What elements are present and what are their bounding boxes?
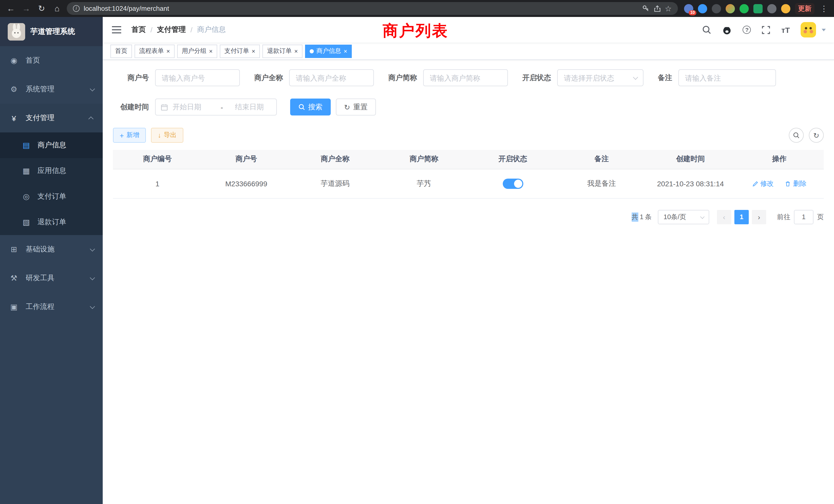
tab-label: 商户信息	[316, 47, 341, 55]
calendar-icon	[161, 104, 168, 111]
page-size-value: 10条/页	[663, 212, 686, 222]
gear-icon: ⚙	[9, 85, 19, 94]
payment-submenu: ▤ 商户信息 ▦ 应用信息 ◎ 支付订单 ▧ 退款订单	[0, 132, 103, 235]
site-info-icon[interactable]: i	[73, 5, 80, 12]
url-text[interactable]: localhost:1024/pay/merchant	[84, 5, 638, 12]
tab-process-form[interactable]: 流程表单	[135, 44, 175, 58]
merchant-table: 商户编号 商户号 商户全称 商户简称 开启状态 备注 创建时间 操作 1 M23…	[113, 150, 824, 198]
goto-page-input[interactable]	[794, 210, 813, 224]
toggle-search-button[interactable]	[789, 128, 804, 143]
switch-knob	[514, 179, 522, 188]
remark-input[interactable]	[678, 69, 776, 86]
next-page-button[interactable]	[752, 210, 766, 224]
close-icon[interactable]	[251, 48, 255, 54]
avatar-dropdown-caret-icon[interactable]	[822, 28, 826, 31]
edit-link[interactable]: 修改	[752, 179, 774, 188]
refresh-table-button[interactable]	[809, 128, 824, 143]
prev-page-button[interactable]	[717, 210, 731, 224]
browser-forward-icon[interactable]	[21, 4, 32, 13]
sidebar-item-infrastructure[interactable]: ⊞ 基础设施	[0, 235, 103, 264]
sidebar-item-app-info[interactable]: ▦ 应用信息	[0, 158, 103, 184]
col-actions: 操作	[735, 150, 824, 169]
remark-label: 备注	[658, 73, 672, 83]
sidebar-item-system[interactable]: ⚙ 系统管理	[0, 75, 103, 104]
status-switch[interactable]	[503, 178, 523, 189]
tab-home[interactable]: 首页	[110, 44, 132, 58]
card-icon: ▤	[22, 141, 31, 150]
sidebar-item-label: 支付订单	[38, 192, 66, 201]
browser-reload-icon[interactable]	[36, 4, 47, 13]
goto-prefix: 前往	[777, 212, 790, 222]
font-size-icon[interactable]	[781, 25, 790, 34]
github-icon[interactable]	[722, 25, 732, 35]
share-icon[interactable]	[654, 5, 661, 12]
sidebar-item-devtools[interactable]: ⚒ 研发工具	[0, 264, 103, 293]
sidebar-toggle-icon[interactable]	[112, 29, 121, 30]
search-icon[interactable]	[702, 25, 711, 35]
page-size-select[interactable]: 10条/页	[658, 210, 709, 224]
add-button[interactable]: 新增	[113, 128, 146, 143]
browser-menu-icon[interactable]	[819, 4, 829, 13]
page-1-button[interactable]: 1	[734, 210, 749, 224]
sidebar-item-payment[interactable]: ¥ 支付管理	[0, 104, 103, 132]
sidebar-item-merchant-info[interactable]: ▤ 商户信息	[0, 132, 103, 158]
table-row: 1 M233666999 芋道源码 芋艿 我是备注 2021-10-23 08:…	[113, 169, 824, 198]
reset-button[interactable]: 重置	[336, 98, 376, 115]
fullscreen-icon[interactable]	[762, 25, 771, 34]
breadcrumb-payment[interactable]: 支付管理	[157, 25, 186, 35]
tab-refund-orders[interactable]: 退款订单	[262, 44, 303, 58]
merchant-no-input[interactable]	[155, 69, 240, 86]
extension-color-icon[interactable]	[726, 4, 735, 13]
help-icon[interactable]	[743, 26, 751, 34]
sidebar-item-workflow[interactable]: ▣ 工作流程	[0, 293, 103, 321]
start-date-placeholder[interactable]: 开始日期	[173, 102, 216, 112]
tab-merchant-info[interactable]: 商户信息	[305, 44, 352, 58]
browser-back-icon[interactable]	[5, 4, 17, 13]
full-name-input[interactable]	[289, 69, 374, 86]
url-bar[interactable]: i localhost:1024/pay/merchant	[67, 2, 678, 15]
extension-pinwheel-icon[interactable]	[767, 4, 776, 13]
extension-dark-icon[interactable]	[712, 4, 721, 13]
close-icon[interactable]	[344, 48, 347, 54]
app-title: 芋道管理系统	[30, 27, 75, 37]
refresh-icon	[344, 103, 350, 111]
search-button[interactable]: 搜索	[290, 98, 331, 115]
tab-pay-orders[interactable]: 支付订单	[220, 44, 260, 58]
password-key-icon[interactable]	[642, 5, 650, 12]
breadcrumb-home[interactable]: 首页	[131, 25, 146, 35]
end-date-placeholder[interactable]: 结束日期	[228, 102, 271, 112]
status-select[interactable]	[557, 69, 643, 86]
browser-home-icon[interactable]	[51, 4, 63, 13]
delete-link[interactable]: 删除	[785, 179, 807, 188]
sidebar-item-home[interactable]: ◉ 首页	[0, 46, 103, 75]
sidebar-logo[interactable]: 芋道管理系统	[0, 17, 103, 46]
edit-link-label: 修改	[760, 179, 774, 188]
tab-user-group[interactable]: 用户分组	[177, 44, 217, 58]
delete-link-label: 删除	[793, 179, 807, 188]
sidebar-item-refund-orders[interactable]: ▧ 退款订单	[0, 209, 103, 235]
goto-suffix: 页	[817, 212, 824, 222]
extension-green-square-icon[interactable]	[753, 4, 763, 13]
close-icon[interactable]	[209, 48, 213, 54]
main-area: 首页 支付管理 商户信息	[103, 17, 834, 504]
export-button[interactable]: 导出	[151, 128, 183, 143]
total-suffix: 条	[645, 212, 652, 222]
pagination: 共 1 条 10条/页 1 前往 页	[113, 210, 824, 224]
user-avatar[interactable]	[800, 22, 816, 38]
cell-merchant-id: 1	[113, 169, 202, 198]
extension-green-circle-icon[interactable]	[740, 4, 749, 13]
extension-face-icon[interactable]	[781, 4, 790, 13]
close-icon[interactable]	[167, 48, 170, 54]
sidebar-item-pay-orders[interactable]: ◎ 支付订单	[0, 184, 103, 209]
sidebar-item-label: 首页	[26, 56, 40, 65]
goto-page: 前往 页	[777, 210, 824, 224]
browser-update-button[interactable]: 更新	[795, 3, 814, 14]
bookmark-star-icon[interactable]	[665, 4, 672, 13]
extension-badge: 10	[689, 10, 696, 15]
close-icon[interactable]	[294, 48, 298, 54]
extension-puzzle-icon[interactable]: 10	[684, 4, 693, 13]
breadcrumb-separator	[151, 26, 153, 34]
extension-drop-icon[interactable]	[698, 4, 707, 13]
short-name-input[interactable]	[423, 69, 508, 86]
date-range-picker[interactable]: 开始日期 结束日期	[155, 98, 277, 115]
